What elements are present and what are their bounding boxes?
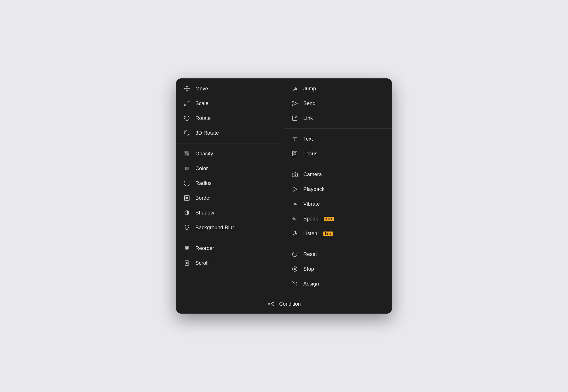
svg-rect-21 bbox=[294, 231, 296, 234]
opacity-label: Opacity bbox=[195, 151, 213, 157]
radius-icon bbox=[183, 179, 191, 187]
svg-rect-2 bbox=[185, 153, 187, 155]
playback-label: Playback bbox=[303, 186, 325, 192]
menu-item-rotate[interactable]: Rotate bbox=[176, 111, 284, 126]
menu-item-link[interactable]: Link bbox=[284, 111, 392, 126]
listen-label: Listen bbox=[303, 231, 317, 237]
menu-item-listen[interactable]: Listen Beta bbox=[284, 226, 392, 241]
menu-item-stop[interactable]: Stop bbox=[284, 262, 392, 276]
menu-grid: Move Scale bbox=[176, 78, 392, 294]
focus-icon bbox=[291, 150, 299, 158]
menu-item-focus[interactable]: Focus bbox=[284, 146, 392, 161]
playback-icon bbox=[291, 185, 299, 193]
menu-item-speak[interactable]: A Speak Beta bbox=[284, 211, 392, 226]
menu-item-rotate3d[interactable]: 3D Rotate bbox=[176, 126, 284, 140]
menu-container: Move Scale bbox=[176, 78, 392, 314]
blur-icon bbox=[183, 224, 191, 232]
rotate3d-label: 3D Rotate bbox=[195, 130, 219, 136]
speak-beta-badge: Beta bbox=[324, 217, 334, 221]
menu-item-scroll[interactable]: Scroll bbox=[176, 256, 284, 270]
vibrate-label: Vibrate bbox=[303, 201, 320, 207]
text-icon bbox=[291, 135, 299, 143]
menu-item-vibrate[interactable]: Vibrate bbox=[284, 197, 392, 211]
layout-section: Reorder Scroll bbox=[176, 238, 284, 273]
opacity-icon bbox=[183, 150, 191, 158]
speak-icon: A bbox=[291, 215, 299, 223]
menu-item-border[interactable]: Border bbox=[176, 191, 284, 205]
shadow-icon bbox=[183, 209, 191, 217]
media-section: Camera Playback bbox=[284, 164, 392, 244]
svg-point-27 bbox=[268, 303, 270, 305]
move-label: Move bbox=[195, 86, 208, 92]
color-label: Color bbox=[195, 166, 208, 172]
transform-section: Move Scale bbox=[176, 78, 284, 143]
color-icon bbox=[183, 164, 191, 172]
menu-item-color[interactable]: Color bbox=[176, 161, 284, 176]
scroll-icon bbox=[183, 259, 191, 267]
radius-label: Radius bbox=[195, 180, 212, 186]
svg-rect-1 bbox=[187, 151, 189, 153]
send-label: Send bbox=[303, 101, 316, 107]
svg-rect-11 bbox=[185, 261, 189, 266]
svg-point-26 bbox=[296, 285, 297, 286]
assign-icon bbox=[291, 280, 299, 288]
reorder-label: Reorder bbox=[195, 245, 214, 251]
svg-point-28 bbox=[273, 302, 274, 303]
reorder-icon bbox=[183, 244, 191, 252]
border-label: Border bbox=[195, 195, 211, 201]
jump-icon bbox=[291, 85, 299, 93]
border-icon bbox=[183, 194, 191, 202]
condition-icon bbox=[267, 300, 275, 308]
menu-item-jump[interactable]: Jump bbox=[284, 81, 392, 96]
appearance-section: Opacity Color bbox=[176, 143, 284, 238]
svg-rect-25 bbox=[294, 268, 296, 270]
menu-item-assign[interactable]: Assign bbox=[284, 276, 392, 291]
assign-label: Assign bbox=[303, 281, 319, 287]
svg-point-5 bbox=[186, 167, 189, 170]
condition-label: Condition bbox=[279, 301, 301, 307]
menu-item-background-blur[interactable]: Background Blur bbox=[176, 220, 284, 235]
svg-rect-14 bbox=[293, 151, 297, 156]
link-label: Link bbox=[303, 115, 313, 121]
svg-text:A: A bbox=[295, 218, 297, 220]
scale-label: Scale bbox=[195, 101, 208, 107]
focus-label: Focus bbox=[303, 151, 318, 157]
svg-point-19 bbox=[295, 204, 295, 205]
menu-item-camera[interactable]: Camera bbox=[284, 167, 392, 182]
condition-row[interactable]: Condition bbox=[176, 294, 392, 314]
svg-point-17 bbox=[294, 174, 296, 176]
menu-item-reorder[interactable]: Reorder bbox=[176, 241, 284, 256]
menu-item-send[interactable]: Send bbox=[284, 96, 392, 111]
menu-item-text[interactable]: Text bbox=[284, 132, 392, 146]
reset-label: Reset bbox=[303, 251, 317, 257]
background-blur-label: Background Blur bbox=[195, 225, 234, 231]
move-icon bbox=[183, 85, 191, 93]
rotate-icon bbox=[183, 114, 191, 122]
menu-item-opacity[interactable]: Opacity bbox=[176, 146, 284, 161]
svg-rect-15 bbox=[294, 153, 296, 155]
speak-label: Speak bbox=[303, 216, 318, 222]
menu-item-reset[interactable]: Reset bbox=[284, 247, 392, 262]
camera-label: Camera bbox=[303, 172, 322, 178]
menu-item-radius[interactable]: Radius bbox=[176, 176, 284, 191]
scale-icon bbox=[183, 99, 191, 107]
svg-rect-10 bbox=[185, 247, 188, 249]
camera-icon bbox=[291, 170, 299, 178]
svg-rect-3 bbox=[187, 153, 189, 155]
stop-icon bbox=[291, 265, 299, 273]
send-icon bbox=[291, 99, 299, 107]
scroll-label: Scroll bbox=[195, 260, 208, 266]
rotate-label: Rotate bbox=[195, 115, 211, 121]
content-section: Text Focus bbox=[284, 129, 392, 164]
svg-point-12 bbox=[293, 89, 295, 90]
menu-item-shadow[interactable]: Shadow bbox=[176, 205, 284, 220]
navigation-section: Jump Send bbox=[284, 78, 392, 129]
listen-icon bbox=[291, 230, 299, 237]
menu-item-move[interactable]: Move bbox=[176, 81, 284, 96]
stop-label: Stop bbox=[303, 266, 314, 272]
text-label: Text bbox=[303, 136, 313, 142]
menu-item-playback[interactable]: Playback bbox=[284, 182, 392, 197]
menu-item-scale[interactable]: Scale bbox=[176, 96, 284, 111]
jump-label: Jump bbox=[303, 86, 316, 92]
left-column: Move Scale bbox=[176, 78, 284, 294]
